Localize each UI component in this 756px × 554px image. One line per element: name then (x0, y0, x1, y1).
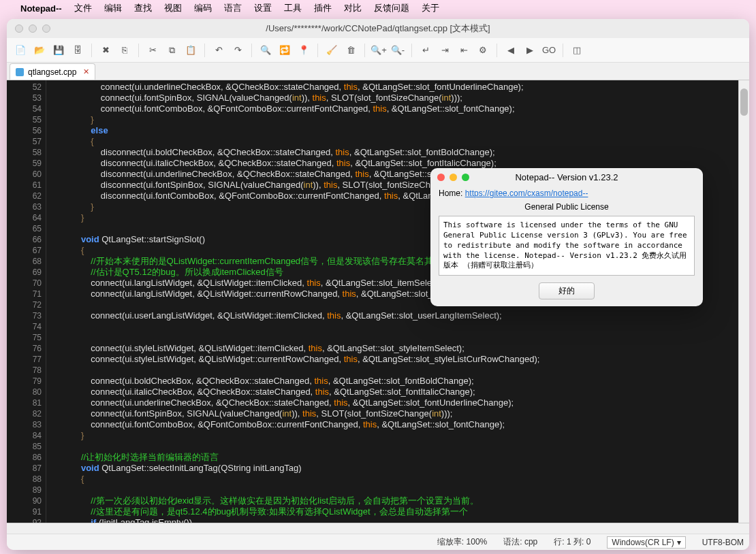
close-button[interactable]: ✖ (97, 42, 114, 59)
ok-button[interactable]: 好的 (539, 282, 595, 299)
eol-selector[interactable]: Windows(CR LF)▾ (607, 536, 685, 549)
copy-button[interactable]: ⧉ (163, 42, 180, 59)
app-name[interactable]: Notepad-- (20, 3, 62, 14)
save-button[interactable]: 💾 (50, 42, 67, 59)
vertical-scrollbar[interactable] (738, 80, 749, 523)
go-button[interactable]: GO (541, 42, 557, 59)
dialog-title: Notepad-- Version v1.23.2 (430, 172, 703, 182)
cut-button[interactable]: ✂ (144, 42, 161, 59)
wrap-button[interactable]: ↵ (418, 42, 434, 59)
encoding-label: UTF8-BOM (702, 538, 744, 547)
horizontal-scrollbar[interactable] (7, 523, 749, 534)
outdent-button[interactable]: ⇤ (456, 42, 472, 59)
redo-button[interactable]: ↷ (230, 42, 246, 59)
menu-view[interactable]: 视图 (164, 2, 182, 14)
code-editor[interactable]: 5253545556575859606162636465666768697071… (7, 80, 749, 534)
tab-label: qtlangset.cpp (28, 67, 76, 77)
dialog-close-icon[interactable] (437, 174, 445, 181)
minimize-window-icon[interactable] (29, 25, 37, 33)
dialog-zoom-icon[interactable] (462, 174, 469, 181)
about-dialog: Notepad-- Version v1.23.2 Home: https://… (430, 168, 703, 306)
menu-encoding[interactable]: 编码 (194, 2, 212, 14)
tab-bar: qtlangset.cpp ✕ (7, 63, 749, 80)
titlebar: /Users/********/work/CCNotePad/qtlangset… (7, 19, 749, 38)
next-button[interactable]: ▶ (522, 42, 538, 59)
file-icon (16, 68, 24, 76)
zoom-window-icon[interactable] (42, 25, 50, 33)
saveall-button[interactable]: 🗄 (69, 42, 86, 59)
menu-compare[interactable]: 对比 (344, 2, 362, 14)
zoomin-button[interactable]: 🔍+ (371, 42, 387, 59)
lang-value: cpp (524, 537, 537, 547)
menu-about[interactable]: 关于 (422, 2, 439, 14)
menu-settings[interactable]: 设置 (254, 2, 272, 14)
menu-file[interactable]: 文件 (74, 2, 92, 14)
dialog-minimize-icon[interactable] (450, 174, 457, 181)
window-title: /Users/********/work/CCNotePad/qtlangset… (7, 22, 749, 35)
close-window-icon[interactable] (15, 25, 23, 33)
prev-button[interactable]: ◀ (503, 42, 519, 59)
clearmark-button[interactable]: 🧹 (324, 42, 340, 59)
mark-button[interactable]: 📍 (296, 42, 312, 59)
menu-language[interactable]: 语言 (224, 2, 242, 14)
tab-close-icon[interactable]: ✕ (83, 67, 89, 76)
paste-button[interactable]: 📋 (183, 42, 199, 59)
replace-button[interactable]: 🔁 (277, 42, 293, 59)
find-button[interactable]: 🔍 (257, 42, 274, 59)
split-button[interactable]: ◫ (569, 42, 585, 59)
menu-find[interactable]: 查找 (134, 2, 152, 14)
menu-feedback[interactable]: 反馈问题 (374, 2, 409, 14)
undo-button[interactable]: ↶ (210, 42, 227, 59)
status-bar: 缩放率: 100% 语法: cpp 行: 1 列: 0 Windows(CR L… (7, 534, 749, 550)
zoom-value: 100% (467, 537, 488, 547)
mac-menubar: Notepad-- 文件 编辑 查找 视图 编码 语言 设置 工具 插件 对比 … (0, 0, 756, 16)
open-button[interactable]: 📂 (31, 42, 48, 59)
license-title: General Public License (439, 202, 695, 212)
fold-column (46, 80, 57, 523)
home-label: Home: (439, 189, 462, 198)
settings-button[interactable]: ⚙ (475, 42, 491, 59)
indent-button[interactable]: ⇥ (437, 42, 453, 59)
file-tab[interactable]: qtlangset.cpp ✕ (10, 63, 95, 80)
menu-tools[interactable]: 工具 (284, 2, 302, 14)
closeall-button[interactable]: ⎘ (116, 42, 133, 59)
menu-plugins[interactable]: 插件 (314, 2, 332, 14)
zoomout-button[interactable]: 🔍- (390, 42, 406, 59)
new-button[interactable]: 📄 (12, 42, 29, 59)
license-text: This software is licensed under the term… (439, 216, 695, 276)
line-gutter: 5253545556575859606162636465666768697071… (7, 80, 46, 523)
menu-edit[interactable]: 编辑 (104, 2, 122, 14)
lang-label: 语法: (503, 537, 522, 547)
zoom-label: 缩放率: (437, 537, 464, 547)
home-link[interactable]: https://gitee.com/cxasm/notepad-- (465, 189, 588, 198)
toolbar: 📄📂💾🗄✖⎘✂⧉📋↶↷🔍🔁📍🧹🗑🔍+🔍-↵⇥⇤⚙◀▶GO◫ (7, 38, 749, 63)
clearall-button[interactable]: 🗑 (343, 42, 359, 59)
cursor-position: 行: 1 列: 0 (554, 536, 590, 548)
